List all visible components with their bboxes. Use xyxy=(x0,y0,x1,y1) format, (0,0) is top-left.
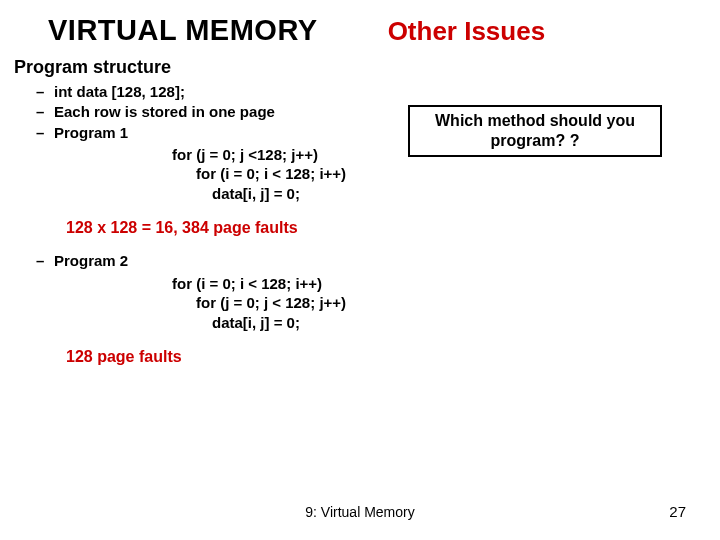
footer-center: 9: Virtual Memory xyxy=(0,504,720,520)
code-line: data[i, j] = 0; xyxy=(212,313,720,333)
program1-result: 128 x 128 = 16, 384 page faults xyxy=(66,219,720,237)
slide-subtitle: Other Issues xyxy=(388,16,546,47)
code-block-program2: for (i = 0; i < 128; i++) for (j = 0; j … xyxy=(172,274,720,333)
program2-result: 128 page faults xyxy=(66,348,720,366)
question-box: Which method should you program? ? xyxy=(408,105,662,157)
code-line: data[i, j] = 0; xyxy=(212,184,720,204)
page-number: 27 xyxy=(669,503,686,520)
code-line: for (i = 0; i < 128; i++) xyxy=(196,164,720,184)
code-line: for (j = 0; j < 128; j++) xyxy=(196,293,720,313)
section-heading: Program structure xyxy=(14,57,720,78)
code-line: for (i = 0; i < 128; i++) xyxy=(172,274,720,294)
bullet-declaration: int data [128, 128]; xyxy=(54,82,720,102)
slide-title: VIRTUAL MEMORY xyxy=(48,14,318,47)
bullet-program2: Program 2 xyxy=(54,251,720,271)
